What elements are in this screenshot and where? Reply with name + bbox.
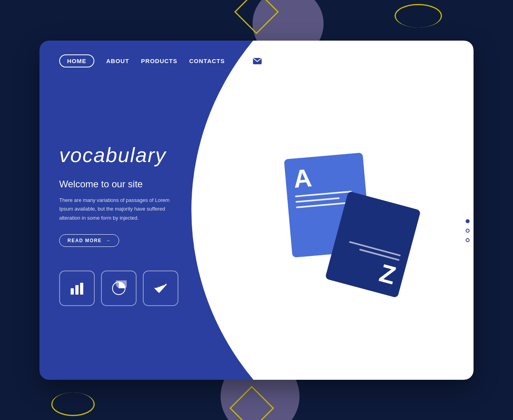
svg-rect-4 (80, 283, 83, 295)
read-more-label: READ MORE (67, 238, 102, 243)
left-section: vocabulary Welcome to our site There are… (59, 97, 225, 364)
checkmark-icon (153, 280, 169, 296)
nav-products[interactable]: PRODUCTS (141, 58, 177, 64)
nav-about[interactable]: ABOUT (106, 58, 129, 64)
login-button[interactable]: LOGIN (399, 54, 454, 69)
arrow-icon: → (106, 238, 111, 243)
arc-top-right (395, 4, 442, 28)
user-icon (410, 58, 418, 65)
brand-title: vocabulary (59, 143, 225, 167)
welcome-heading: Welcome to our site (59, 179, 225, 190)
pie-chart-box[interactable] (101, 271, 137, 306)
pie-chart-icon (111, 280, 127, 296)
main-card: HOME ABOUT PRODUCTS CONTACTS LOGIN vocab… (39, 41, 474, 380)
nav-contacts[interactable]: CONTACTS (189, 58, 225, 64)
dot-1[interactable] (466, 219, 470, 223)
dot-2[interactable] (466, 229, 470, 233)
arc-bottom-left (51, 392, 95, 416)
bar-chart-icon (69, 280, 85, 296)
books-illustration: A Z (280, 148, 414, 298)
svg-point-1 (412, 58, 416, 62)
svg-rect-2 (71, 288, 74, 295)
welcome-text: There are many variations of passages of… (59, 196, 170, 222)
book-back-letter: Z (377, 260, 398, 288)
login-label: LOGIN (421, 58, 442, 64)
bar-chart-box[interactable] (59, 271, 95, 306)
diamond-bottom (229, 386, 274, 420)
dots-indicator (466, 219, 470, 242)
nav-links: HOME ABOUT PRODUCTS CONTACTS (59, 52, 266, 70)
svg-rect-3 (75, 285, 79, 295)
main-content: vocabulary Welcome to our site There are… (39, 82, 474, 380)
read-more-button[interactable]: READ MORE → (59, 234, 119, 247)
nav-home[interactable]: HOME (59, 54, 94, 67)
email-icon (253, 58, 262, 64)
right-section: A Z (225, 97, 454, 364)
navbar: HOME ABOUT PRODUCTS CONTACTS LOGIN (39, 41, 474, 82)
book-front-letter: A (292, 161, 358, 192)
book-line-2 (296, 197, 340, 203)
dot-3[interactable] (466, 238, 470, 242)
email-button[interactable] (249, 52, 266, 70)
checkmark-box[interactable] (143, 271, 178, 306)
feature-icons (59, 271, 225, 306)
diamond-top (234, 0, 279, 34)
